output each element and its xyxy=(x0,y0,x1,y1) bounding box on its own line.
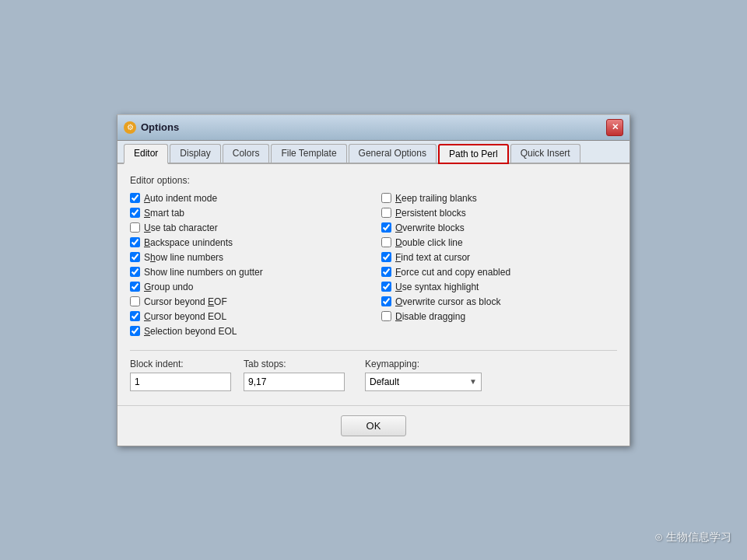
tab-quick-insert[interactable]: Quick Insert xyxy=(510,144,580,163)
right-options: Keep trailing blanks Persistent blocks O… xyxy=(381,192,617,338)
tab-editor[interactable]: Editor xyxy=(124,144,168,164)
footer: OK xyxy=(117,405,630,446)
tab-stops-input[interactable] xyxy=(244,373,345,391)
show-line-numbers-gutter-label: Show line numbers on gutter xyxy=(144,267,263,278)
keymapping-label: Keymapping: xyxy=(365,359,482,369)
persistent-blocks-row[interactable]: Persistent blocks xyxy=(381,207,617,219)
persistent-blocks-label: Persistent blocks xyxy=(395,208,466,219)
find-text-cursor-label: Find text at cursor xyxy=(395,252,470,263)
ok-button[interactable]: OK xyxy=(341,415,407,436)
tab-bar: Editor Display Colors File Template Gene… xyxy=(117,141,630,164)
smart-tab-checkbox[interactable] xyxy=(130,208,140,218)
chevron-down-icon: ▼ xyxy=(469,377,477,386)
use-syntax-highlight-label: Use syntax highlight xyxy=(395,282,479,292)
app-icon: ⚙ xyxy=(124,121,136,134)
force-cut-copy-label: Force cut and copy enabled xyxy=(395,267,510,278)
disable-dragging-row[interactable]: Disable dragging xyxy=(381,310,617,323)
auto-indent-label: Auto indent mode xyxy=(144,193,217,204)
group-undo-row[interactable]: Group undo xyxy=(130,281,366,293)
overwrite-blocks-label: Overwrite blocks xyxy=(395,222,465,233)
use-syntax-highlight-row[interactable]: Use syntax highlight xyxy=(381,281,617,293)
tab-stops-label: Tab stops: xyxy=(244,359,345,369)
left-options: Auto indent mode Smart tab Use tab chara… xyxy=(130,192,366,338)
group-undo-checkbox[interactable] xyxy=(130,282,140,292)
keep-trailing-blanks-checkbox[interactable] xyxy=(381,193,391,203)
section-label: Editor options: xyxy=(130,175,617,186)
use-tab-char-checkbox[interactable] xyxy=(130,222,140,233)
backspace-unindents-label: Backspace unindents xyxy=(144,237,233,248)
options-grid: Auto indent mode Smart tab Use tab chara… xyxy=(130,192,617,338)
disable-dragging-label: Disable dragging xyxy=(395,311,465,322)
show-line-numbers-gutter-row[interactable]: Show line numbers on gutter xyxy=(130,266,366,278)
options-dialog: ⚙ Options ✕ Editor Display Colors File T… xyxy=(117,114,630,446)
show-line-numbers-label: Show line numbers xyxy=(144,252,223,263)
double-click-line-checkbox[interactable] xyxy=(381,237,391,247)
find-text-cursor-checkbox[interactable] xyxy=(381,252,391,262)
block-indent-input[interactable] xyxy=(130,373,231,391)
watermark: ⊙ 生物信息学习 xyxy=(654,530,731,544)
overwrite-cursor-block-row[interactable]: Overwrite cursor as block xyxy=(381,296,617,308)
find-text-cursor-row[interactable]: Find text at cursor xyxy=(381,251,617,264)
block-indent-group: Block indent: xyxy=(130,359,231,391)
cursor-beyond-eof-label: Cursor beyond EOF xyxy=(144,296,227,307)
tab-path-to-perl[interactable]: Path to Perl xyxy=(438,144,509,164)
title-bar: ⚙ Options ✕ xyxy=(117,115,630,141)
keep-trailing-blanks-row[interactable]: Keep trailing blanks xyxy=(381,192,617,205)
auto-indent-row[interactable]: Auto indent mode xyxy=(130,192,366,205)
cursor-beyond-eof-row[interactable]: Cursor beyond EOF xyxy=(130,296,366,308)
selection-beyond-eol-checkbox[interactable] xyxy=(130,326,140,336)
show-line-numbers-gutter-checkbox[interactable] xyxy=(130,267,140,277)
show-line-numbers-row[interactable]: Show line numbers xyxy=(130,251,366,264)
keymapping-group: Keymapping: Default ▼ xyxy=(365,359,482,391)
force-cut-copy-row[interactable]: Force cut and copy enabled xyxy=(381,266,617,278)
keep-trailing-blanks-label: Keep trailing blanks xyxy=(395,193,477,204)
overwrite-cursor-block-checkbox[interactable] xyxy=(381,296,391,306)
double-click-line-label: Double click line xyxy=(395,237,463,248)
use-tab-char-row[interactable]: Use tab character xyxy=(130,222,366,234)
use-tab-char-label: Use tab character xyxy=(144,222,218,233)
bottom-fields: Block indent: Tab stops: Keymapping: Def… xyxy=(130,350,617,391)
cursor-beyond-eol-checkbox[interactable] xyxy=(130,311,140,321)
tab-general-options[interactable]: General Options xyxy=(349,144,437,163)
selection-beyond-eol-row[interactable]: Selection beyond EOL xyxy=(130,325,366,338)
smart-tab-row[interactable]: Smart tab xyxy=(130,207,366,219)
overwrite-blocks-row[interactable]: Overwrite blocks xyxy=(381,222,617,234)
block-indent-label: Block indent: xyxy=(130,359,231,369)
overwrite-cursor-block-label: Overwrite cursor as block xyxy=(395,296,500,307)
cursor-beyond-eol-label: Cursor beyond EOL xyxy=(144,311,226,322)
selection-beyond-eol-label: Selection beyond EOL xyxy=(144,326,237,337)
force-cut-copy-checkbox[interactable] xyxy=(381,267,391,277)
show-line-numbers-checkbox[interactable] xyxy=(130,252,140,262)
backspace-unindents-checkbox[interactable] xyxy=(130,237,140,247)
group-undo-label: Group undo xyxy=(144,282,193,292)
overwrite-blocks-checkbox[interactable] xyxy=(381,222,391,233)
tab-colors[interactable]: Colors xyxy=(223,144,270,163)
backspace-unindents-row[interactable]: Backspace unindents xyxy=(130,236,366,249)
keymapping-value: Default xyxy=(370,376,399,387)
disable-dragging-checkbox[interactable] xyxy=(381,311,391,321)
tab-file-template[interactable]: File Template xyxy=(271,144,346,163)
cursor-beyond-eof-checkbox[interactable] xyxy=(130,296,140,306)
keymapping-select[interactable]: Default ▼ xyxy=(365,373,482,391)
editor-content: Editor options: Auto indent mode Smart t… xyxy=(117,164,630,402)
window-title: Options xyxy=(141,121,179,133)
cursor-beyond-eol-row[interactable]: Cursor beyond EOL xyxy=(130,310,366,323)
smart-tab-label: Smart tab xyxy=(144,208,184,219)
persistent-blocks-checkbox[interactable] xyxy=(381,208,391,218)
auto-indent-checkbox[interactable] xyxy=(130,193,140,203)
double-click-line-row[interactable]: Double click line xyxy=(381,236,617,249)
tab-display[interactable]: Display xyxy=(170,144,220,163)
use-syntax-highlight-checkbox[interactable] xyxy=(381,282,391,292)
close-button[interactable]: ✕ xyxy=(606,119,623,136)
tab-stops-group: Tab stops: xyxy=(244,359,345,391)
